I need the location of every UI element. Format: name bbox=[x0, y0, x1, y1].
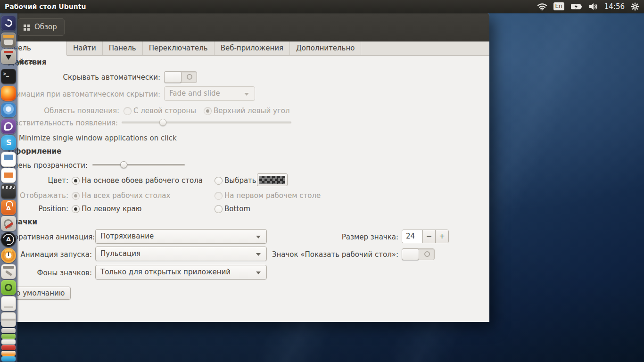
slider-handle[interactable] bbox=[120, 161, 127, 168]
show-first-radio bbox=[215, 192, 223, 200]
launcher-item-backup-tool[interactable] bbox=[1, 248, 16, 263]
launcher-item-opera[interactable] bbox=[1, 345, 16, 350]
show-all-label: На всех рабочих столах bbox=[82, 191, 170, 200]
sensitivity-slider bbox=[122, 118, 291, 126]
overview-grid-icon bbox=[24, 25, 30, 31]
launch-animation-combo[interactable]: Пульсация bbox=[95, 247, 267, 261]
desktop: Обзор Панель запуска Найти Панель Перекл… bbox=[0, 0, 644, 362]
toggle-off-ring bbox=[424, 251, 430, 257]
icon-size-plus-button[interactable]: + bbox=[435, 230, 448, 243]
launcher-item-android-app[interactable] bbox=[1, 334, 16, 339]
launcher-item-green-ubuntu-app[interactable] bbox=[1, 280, 16, 295]
transparent-color-swatch bbox=[259, 176, 285, 184]
reveal-topleft-label: Верхний левый угол bbox=[214, 107, 290, 115]
launcher-item-terminal[interactable] bbox=[1, 69, 16, 84]
unity-launcher bbox=[0, 13, 17, 362]
icon-backgrounds-value: Только для открытых приложений bbox=[100, 268, 231, 276]
autohide-toggle[interactable] bbox=[164, 71, 197, 83]
tab-additional[interactable]: Дополнительно bbox=[290, 41, 361, 55]
hide-animation-combo: Fade and slide bbox=[164, 86, 255, 101]
overview-button[interactable]: Обзор bbox=[18, 18, 65, 36]
tab-webapps[interactable]: Веб-приложения bbox=[215, 41, 290, 55]
tab-switcher[interactable]: Переключатель bbox=[143, 41, 215, 55]
show-first-label: На первом рабочем столе bbox=[224, 191, 321, 200]
slider-track bbox=[122, 122, 291, 123]
launcher-item-chromium[interactable] bbox=[1, 102, 16, 117]
launcher-item-vlc[interactable] bbox=[1, 351, 16, 356]
reveal-left-label: С левой стороны bbox=[133, 107, 196, 115]
color-custom-label: Выбрать: bbox=[224, 176, 259, 185]
launcher-item-ubuntu-software[interactable] bbox=[1, 200, 16, 215]
launcher-item-libreoffice-writer[interactable] bbox=[1, 152, 16, 167]
launcher-item-text-document[interactable] bbox=[1, 339, 16, 345]
session-gear-icon[interactable] bbox=[631, 2, 639, 11]
autohide-label: Скрывать автоматически: bbox=[0, 73, 160, 82]
battery-icon[interactable] bbox=[570, 3, 583, 10]
launcher-item-telegram[interactable] bbox=[1, 356, 16, 362]
show-desktop-toggle[interactable] bbox=[402, 248, 435, 260]
hide-animation-value: Fade and slide bbox=[169, 89, 220, 98]
reveal-area-label: Область появления: bbox=[0, 107, 119, 115]
unity-tweak-window: Обзор Панель запуска Найти Панель Перекл… bbox=[0, 13, 489, 322]
slider-handle bbox=[159, 119, 166, 126]
tab-search[interactable]: Найти bbox=[67, 41, 103, 55]
minimize-label: Minimize single window applications on c… bbox=[19, 134, 177, 142]
show-all-radio bbox=[72, 192, 80, 200]
keyboard-layout-indicator[interactable]: En bbox=[553, 2, 564, 10]
launcher-item-firefox[interactable] bbox=[1, 86, 16, 101]
launcher-item-viber[interactable] bbox=[1, 119, 16, 134]
color-picker-button[interactable] bbox=[257, 173, 288, 186]
overview-button-label: Обзор bbox=[34, 23, 57, 31]
position-left-radio[interactable] bbox=[72, 205, 80, 213]
launcher-item-unity-tweak-tool[interactable] bbox=[1, 16, 16, 31]
tab-panel[interactable]: Панель bbox=[103, 41, 143, 55]
color-custom-radio[interactable] bbox=[215, 177, 223, 185]
tab-bar: Панель запуска Найти Панель Переключател… bbox=[0, 41, 489, 56]
toggle-off-ring bbox=[187, 74, 192, 80]
icon-size-minus-button[interactable]: − bbox=[422, 230, 435, 243]
reveal-topleft-radio bbox=[204, 107, 212, 115]
color-wallpaper-radio[interactable] bbox=[72, 177, 80, 185]
transparency-slider[interactable] bbox=[92, 161, 185, 169]
launcher-item-file-manager[interactable] bbox=[1, 33, 16, 48]
launcher-item-system-tools[interactable] bbox=[1, 216, 16, 231]
launcher-item-auto-updater[interactable] bbox=[1, 232, 16, 247]
show-desktop-label: Значок «Показать рабочий стол»: bbox=[264, 250, 398, 259]
window-header: Обзор bbox=[0, 13, 489, 41]
icon-size-spinner: 24 − + bbox=[402, 230, 449, 243]
launcher-item-disks-stack[interactable] bbox=[1, 312, 16, 327]
panel-title: Рабочий стол Ubuntu bbox=[5, 3, 86, 10]
launcher-item-skype[interactable] bbox=[1, 135, 16, 150]
position-left-label: По левому краю bbox=[82, 205, 141, 213]
urgent-animation-combo[interactable]: Потряхивание bbox=[95, 229, 267, 244]
toggle-knob bbox=[164, 71, 182, 83]
launcher-item-printer[interactable] bbox=[1, 328, 16, 333]
launcher-item-video-editor[interactable] bbox=[1, 184, 16, 199]
icon-size-value[interactable]: 24 bbox=[402, 230, 422, 243]
icon-size-label: Размер значка: bbox=[283, 233, 398, 241]
sensitivity-label: Чувствительность появления: bbox=[0, 119, 118, 127]
hide-animation-label: Анимация при автоматическом скрытии: bbox=[0, 90, 160, 99]
position-bottom-radio[interactable] bbox=[215, 205, 223, 213]
wifi-icon[interactable] bbox=[537, 3, 547, 10]
color-wallpaper-label: На основе обоев рабочего стола bbox=[82, 176, 203, 185]
position-bottom-label: Bottom bbox=[224, 205, 250, 213]
launcher-item-package-installer[interactable] bbox=[1, 49, 16, 64]
launcher-item-libreoffice-impress[interactable] bbox=[1, 168, 16, 183]
clock[interactable]: 14:56 bbox=[604, 2, 625, 11]
indicator-tray: En 14:56 bbox=[537, 2, 644, 11]
launcher-item-disk-drive[interactable] bbox=[1, 296, 16, 311]
slider-track bbox=[92, 164, 185, 166]
toggle-knob bbox=[402, 248, 419, 260]
top-panel: Рабочий стол Ubuntu En 14:56 bbox=[0, 0, 644, 13]
launch-animation-value: Пульсация bbox=[100, 249, 140, 258]
icon-backgrounds-combo[interactable]: Только для открытых приложений bbox=[95, 265, 267, 280]
volume-icon[interactable] bbox=[589, 3, 598, 10]
reveal-left-radio bbox=[124, 107, 132, 115]
urgent-animation-value: Потряхивание bbox=[100, 232, 154, 240]
launcher-item-window-settings[interactable] bbox=[1, 264, 16, 279]
